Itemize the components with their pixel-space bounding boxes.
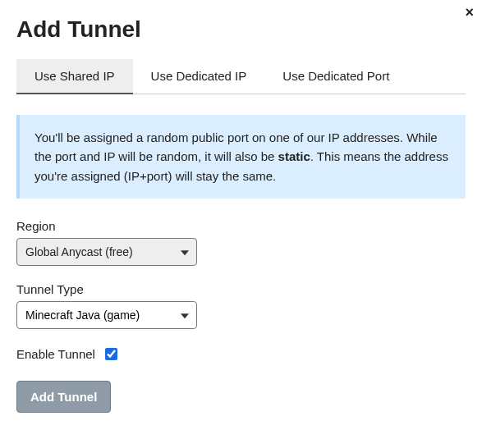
tunnel-type-select[interactable]: Minecraft Java (game) (16, 301, 197, 329)
dialog: Add Tunnel Use Shared IP Use Dedicated I… (0, 0, 482, 429)
info-box: You'll be assigned a random public port … (16, 115, 466, 199)
page-title: Add Tunnel (16, 16, 466, 43)
region-select[interactable]: Global Anycast (free) (16, 238, 197, 266)
region-select-wrap: Global Anycast (free) (16, 238, 197, 266)
region-label: Region (16, 219, 466, 233)
tunnel-type-field: Tunnel Type Minecraft Java (game) (16, 282, 466, 329)
enable-tunnel-checkbox[interactable] (105, 348, 117, 360)
enable-tunnel-label: Enable Tunnel (16, 347, 95, 361)
info-text-bold: static (278, 149, 310, 163)
add-tunnel-button[interactable]: Add Tunnel (16, 381, 111, 413)
tab-shared-ip[interactable]: Use Shared IP (16, 59, 133, 94)
tab-bar: Use Shared IP Use Dedicated IP Use Dedic… (16, 59, 466, 94)
enable-tunnel-field: Enable Tunnel (16, 345, 466, 363)
tunnel-type-select-wrap: Minecraft Java (game) (16, 301, 197, 329)
region-field: Region Global Anycast (free) (16, 219, 466, 266)
close-icon[interactable]: × (465, 5, 474, 20)
tab-dedicated-ip[interactable]: Use Dedicated IP (133, 59, 265, 94)
tab-dedicated-port[interactable]: Use Dedicated Port (264, 59, 407, 94)
tunnel-type-label: Tunnel Type (16, 282, 466, 296)
